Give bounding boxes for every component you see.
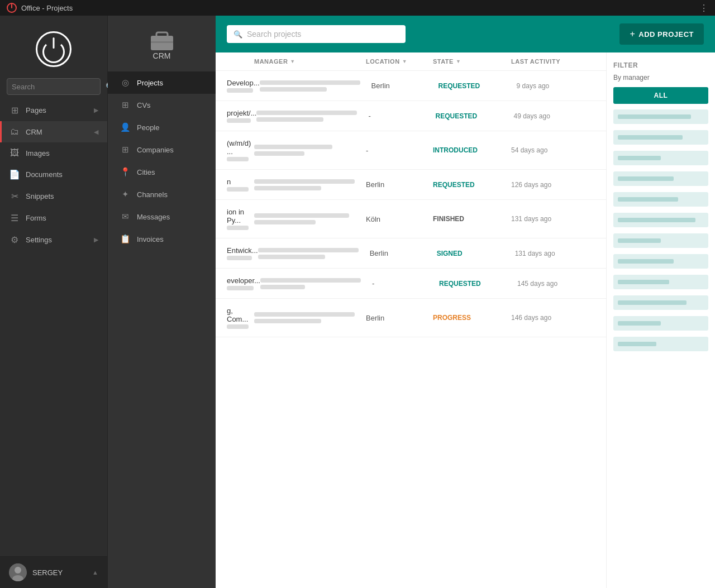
project-name-cell: g, Com... [227,307,254,329]
col-activity-label: LAST ACTIVITY [511,58,560,65]
manager-cell [254,213,366,224]
sidebar-item-snippets[interactable]: ✂ Snippets [0,185,107,207]
filter-item-bar [618,197,678,202]
manager-line [254,179,355,184]
app-menu-icon[interactable]: ⋮ [699,3,708,13]
table-row[interactable]: g, Com... Berlin PROGRESS 146 days ago [216,299,606,337]
table-row[interactable]: Develop... Berlin REQUESTED 9 days ago [216,71,606,101]
filter-item[interactable] [613,337,708,351]
filter-item-bar [618,135,683,140]
crm-nav-messages[interactable]: ✉ Messages [108,205,216,228]
location-cell: Berlin [371,82,438,90]
manager-cell [254,179,366,190]
filter-item[interactable] [613,171,708,186]
user-chevron-icon[interactable]: ▲ [92,569,98,576]
filter-item[interactable] [613,275,708,289]
table-row[interactable]: n Berlin REQUESTED 126 days ago [216,170,606,200]
project-sub [227,157,249,161]
location-cell: Berlin [366,180,433,189]
filter-all-button[interactable]: ALL [613,87,708,104]
sidebar-item-crm[interactable]: 🗂 CRM ◀ [0,121,107,142]
col-header-manager[interactable]: MANAGER ▼ [254,58,366,65]
app-title: Office - Projects [21,4,73,12]
sidebar-item-images[interactable]: 🖼 Images [0,142,107,164]
filter-item[interactable] [613,254,708,269]
filter-item[interactable] [613,316,708,331]
filter-item[interactable] [613,130,708,145]
app-logo-area [0,16,107,78]
manager-line [254,213,349,218]
crm-nav-channels[interactable]: ✦ Channels [108,183,216,205]
messages-icon: ✉ [119,212,131,222]
svg-rect-7 [151,41,173,43]
search-input[interactable] [12,83,106,91]
filter-item[interactable] [613,192,708,207]
state-badge: PROGRESS [433,314,511,322]
crm-nav-cities[interactable]: 📍 Cities [108,161,216,183]
filter-item[interactable] [613,295,708,310]
table-row[interactable]: Entwick... Berlin SIGNED 131 days ago [216,238,606,269]
project-name: (w/m/d) ... [227,139,254,156]
add-project-label: ADD PROJECT [638,30,694,39]
crm-arrow-icon: ◀ [94,128,98,136]
location-cell: - [366,146,433,155]
crm-nav-companies[interactable]: ⊞ Companies [108,138,216,161]
col-header-state[interactable]: STATE ▼ [433,58,511,65]
table-header: MANAGER ▼ LOCATION ▼ STATE ▼ LAST ACTIVI… [216,52,606,71]
table-row[interactable]: eveloper... - REQUESTED 145 days ago [216,269,606,299]
crm-nav-projects[interactable]: ◎ Projects [108,71,216,94]
filter-item[interactable] [613,233,708,248]
col-header-location[interactable]: LOCATION ▼ [366,58,433,65]
sidebar-item-pages[interactable]: ⊞ Pages ▶ [0,99,107,121]
crm-nav-people[interactable]: 👤 People [108,116,216,138]
project-sub [227,286,254,290]
col-manager-sort-icon: ▼ [290,59,295,64]
nav-items: ⊞ Pages ▶ 🗂 CRM ◀ 🖼 Images 📄 Documents ✂… [0,99,107,556]
table-row[interactable]: ion in Py... Köln FINISHED 131 days ago [216,200,606,238]
sidebar-item-documents[interactable]: 📄 Documents [0,164,107,185]
titlebar: Office - Projects ⋮ [0,0,715,16]
crm-nav-label-invoices: Invoices [137,235,164,243]
project-name: projekt/... [227,109,256,117]
manager-line [260,87,327,92]
filter-item[interactable] [613,109,708,124]
filter-item-bar [618,259,674,264]
images-icon: 🖼 [9,148,20,158]
manager-cell [260,278,372,289]
manager-line [256,117,323,122]
filter-item[interactable] [613,151,708,165]
project-sub [227,226,249,230]
table-row[interactable]: projekt/... - REQUESTED 49 days ago [216,101,606,131]
main-content: 🔍 + ADD PROJECT MANAGER ▼ [216,16,715,588]
manager-line [254,151,304,156]
briefcase-icon [149,29,175,51]
table-row[interactable]: (w/m/d) ... - INTRODUCED 54 days ago [216,131,606,170]
manager-line [258,255,325,259]
add-icon: + [630,29,635,39]
project-name: eveloper... [227,276,260,285]
manager-line [258,248,359,252]
sidebar-item-forms[interactable]: ☰ Forms [0,207,107,229]
filter-item-bar [618,300,687,305]
crm-nav-invoices[interactable]: 📋 Invoices [108,228,216,250]
sidebar-item-label-images: Images [26,149,50,157]
add-project-button[interactable]: + ADD PROJECT [619,23,704,45]
manager-line [254,220,316,224]
filter-item[interactable] [613,213,708,227]
project-name-cell: Develop... [227,79,260,93]
filter-items-group [613,109,708,355]
state-badge: REQUESTED [435,112,513,120]
settings-icon: ⚙ [9,235,20,245]
search-projects-icon: 🔍 [233,30,242,39]
search-box[interactable]: 🔍 [7,78,101,95]
search-projects-input[interactable] [247,30,399,39]
crm-nav-cvs[interactable]: ⊞ CVs [108,94,216,116]
sidebar-item-label-snippets: Snippets [26,192,54,200]
search-projects-box[interactable]: 🔍 [227,25,406,43]
activity-cell: 131 days ago [511,215,595,223]
project-name: Entwick... [227,246,258,255]
project-name-cell: (w/m/d) ... [227,139,254,161]
project-sub [227,118,251,123]
sidebar-item-settings[interactable]: ⚙ Settings ▶ [0,229,107,251]
col-state-label: STATE [433,58,454,65]
